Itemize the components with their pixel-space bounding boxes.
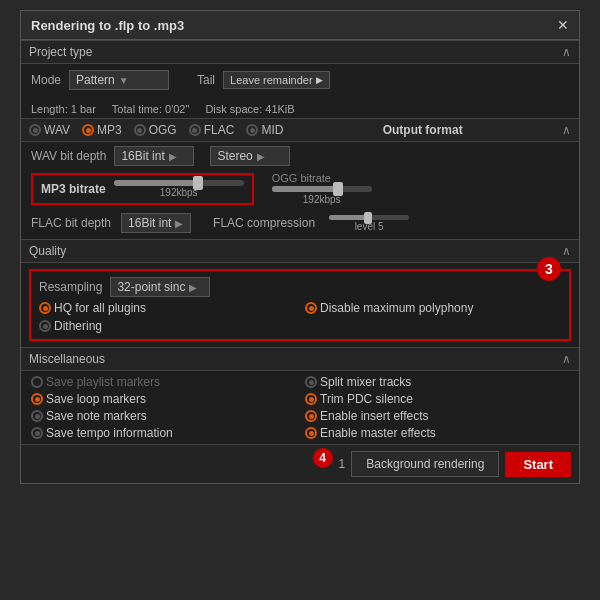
- close-button[interactable]: ✕: [557, 17, 569, 33]
- misc-insert-effects[interactable]: Enable insert effects: [305, 409, 569, 423]
- flac-row: FLAC bit depth 16Bit int ▶ FLAC compress…: [31, 211, 569, 235]
- split-mixer-radio: [305, 376, 317, 388]
- resampling-label: Resampling: [39, 280, 102, 294]
- ogg-slider-thumb[interactable]: [333, 182, 343, 196]
- misc-note-markers[interactable]: Save note markers: [31, 409, 295, 423]
- flac-bit-depth-label: FLAC bit depth: [31, 216, 111, 230]
- mode-dropdown-arrow: ▼: [119, 75, 129, 86]
- quality-disable-polyphony[interactable]: Disable maximum polyphony: [305, 301, 561, 315]
- flac-bit-arrow: ▶: [175, 218, 183, 229]
- flac-label: FLAC: [204, 123, 235, 137]
- flac-bit-depth-value: 16Bit int: [128, 216, 171, 230]
- master-effects-label: Enable master effects: [320, 426, 436, 440]
- start-button[interactable]: Start: [505, 452, 571, 477]
- resampling-arrow: ▶: [189, 282, 197, 293]
- tempo-info-radio: [31, 427, 43, 439]
- wav-label: WAV: [44, 123, 70, 137]
- mid-label: MID: [261, 123, 283, 137]
- dithering-label: Dithering: [54, 319, 102, 333]
- quality-caret: ∧: [562, 244, 571, 258]
- stereo-dropdown[interactable]: Stereo ▶: [210, 146, 290, 166]
- wav-bit-depth-dropdown[interactable]: 16Bit int ▶: [114, 146, 194, 166]
- output-format-label: Output format: [383, 123, 463, 137]
- master-effects-radio: [305, 427, 317, 439]
- trim-pdc-radio: [305, 393, 317, 405]
- quality-box: 3 Resampling 32-point sinc ▶ HQ for all …: [29, 269, 571, 341]
- hq-radio: [39, 302, 51, 314]
- misc-playlist-markers[interactable]: Save playlist markers: [31, 375, 295, 389]
- misc-header: Miscellaneous ∧: [21, 347, 579, 371]
- polyphony-label: Disable maximum polyphony: [320, 301, 473, 315]
- ogg-bitrate-slider[interactable]: [272, 186, 372, 192]
- playlist-markers-radio: [31, 376, 43, 388]
- misc-caret: ∧: [562, 352, 571, 366]
- format-wav[interactable]: WAV: [29, 123, 70, 137]
- length-info: Length: 1 bar: [31, 103, 96, 115]
- mid-radio: [246, 124, 258, 136]
- format-flac[interactable]: FLAC: [189, 123, 235, 137]
- tail-button[interactable]: Leave remainder ▶: [223, 71, 330, 89]
- mp3-bitrate-value: 192kbps: [160, 187, 198, 198]
- ogg-bitrate-label: OGG bitrate: [272, 172, 372, 184]
- flac-compression-slider[interactable]: [329, 215, 409, 220]
- project-type-caret: ∧: [562, 45, 571, 59]
- main-window: Rendering to .flp to .mp3 ✕ Project type…: [20, 10, 580, 484]
- misc-content: Save playlist markers Split mixer tracks…: [21, 371, 579, 444]
- misc-master-effects[interactable]: Enable master effects: [305, 426, 569, 440]
- wav-bit-arrow: ▶: [169, 151, 177, 162]
- loop-markers-radio: [31, 393, 43, 405]
- window-title: Rendering to .flp to .mp3: [31, 18, 184, 33]
- mp3-bitrate-box: MP3 bitrate 192kbps: [31, 173, 254, 205]
- playlist-markers-label: Save playlist markers: [46, 375, 160, 389]
- flac-slider-fill: [329, 215, 369, 220]
- flac-slider-thumb[interactable]: [364, 212, 372, 224]
- format-ogg[interactable]: OGG: [134, 123, 177, 137]
- page-number: 1: [339, 457, 346, 471]
- format-mid[interactable]: MID: [246, 123, 283, 137]
- mp3-bitrate-label: MP3 bitrate: [41, 182, 106, 196]
- note-markers-label: Save note markers: [46, 409, 147, 423]
- mode-value: Pattern: [76, 73, 115, 87]
- wav-bit-depth-label: WAV bit depth: [31, 149, 106, 163]
- bitrate-row: MP3 bitrate 192kbps OGG bitrate 192kbps: [31, 172, 569, 205]
- note-markers-radio: [31, 410, 43, 422]
- quality-label: Quality: [29, 244, 66, 258]
- format-radio-row: WAV MP3 OGG FLAC MID: [29, 123, 283, 137]
- resampling-dropdown[interactable]: 32-point sinc ▶: [110, 277, 210, 297]
- quality-hq[interactable]: HQ for all plugins: [39, 301, 295, 315]
- insert-effects-label: Enable insert effects: [320, 409, 429, 423]
- wav-bit-depth-value: 16Bit int: [121, 149, 164, 163]
- hq-label: HQ for all plugins: [54, 301, 146, 315]
- output-format-header: WAV MP3 OGG FLAC MID Output format ∧: [21, 118, 579, 142]
- mp3-slider-fill: [114, 180, 199, 186]
- quality-dithering[interactable]: Dithering: [39, 319, 295, 333]
- mp3-radio: [82, 124, 94, 136]
- ogg-radio: [134, 124, 146, 136]
- flac-bit-depth-dropdown[interactable]: 16Bit int ▶: [121, 213, 191, 233]
- tempo-info-label: Save tempo information: [46, 426, 173, 440]
- quality-header: Quality ∧: [21, 239, 579, 263]
- quality-options-grid: HQ for all plugins Disable maximum polyp…: [39, 301, 561, 333]
- format-mp3[interactable]: MP3: [82, 123, 122, 137]
- title-bar: Rendering to .flp to .mp3 ✕: [21, 11, 579, 40]
- flac-compression-label: FLAC compression: [213, 216, 315, 230]
- project-type-content: Mode Pattern ▼ Tail Leave remainder ▶: [21, 64, 579, 100]
- dithering-radio: [39, 320, 51, 332]
- misc-split-mixer[interactable]: Split mixer tracks: [305, 375, 569, 389]
- misc-trim-pdc[interactable]: Trim PDC silence: [305, 392, 569, 406]
- misc-loop-markers[interactable]: Save loop markers: [31, 392, 295, 406]
- mode-dropdown[interactable]: Pattern ▼: [69, 70, 169, 90]
- mp3-bitrate-slider[interactable]: [114, 180, 244, 186]
- info-row: Length: 1 bar Total time: 0'02" Disk spa…: [21, 100, 579, 118]
- tail-label: Tail: [197, 73, 215, 87]
- mode-label: Mode: [31, 73, 61, 87]
- output-format-caret: ∧: [562, 123, 571, 137]
- misc-tempo-info[interactable]: Save tempo information: [31, 426, 295, 440]
- flac-radio: [189, 124, 201, 136]
- tail-value: Leave remainder: [230, 74, 313, 86]
- tail-chevron: ▶: [316, 75, 323, 85]
- quality-badge: 3: [537, 257, 561, 281]
- resampling-row: Resampling 32-point sinc ▶: [39, 277, 561, 297]
- bg-render-button[interactable]: Background rendering: [351, 451, 499, 477]
- mp3-slider-thumb[interactable]: [193, 176, 203, 190]
